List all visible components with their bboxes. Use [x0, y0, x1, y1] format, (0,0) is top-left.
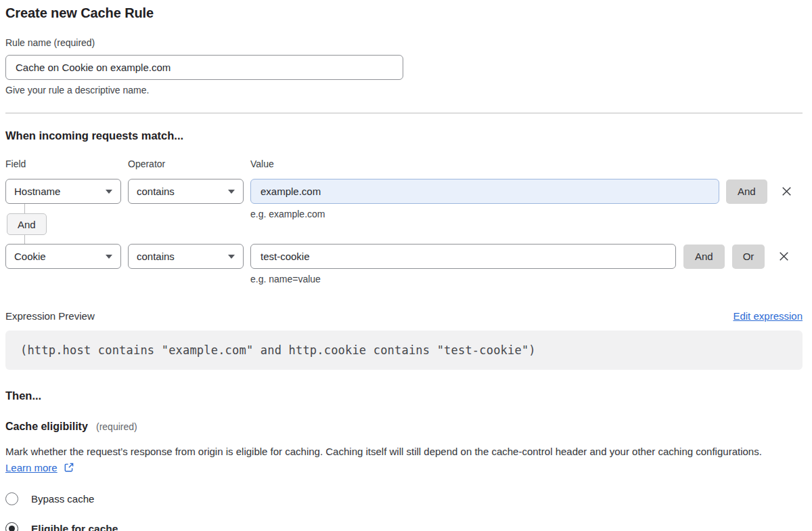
operator-select-value: contains: [137, 186, 175, 197]
radio-icon-selected[interactable]: [5, 522, 18, 531]
and-button[interactable]: And: [726, 179, 767, 204]
field-select[interactable]: Hostname: [5, 179, 121, 204]
then-heading: Then...: [5, 389, 803, 402]
external-link-icon: [64, 461, 74, 477]
radio-icon[interactable]: [5, 492, 18, 505]
connector-and-button[interactable]: And: [7, 213, 47, 235]
or-button[interactable]: Or: [732, 245, 765, 269]
row-connector-area: And e.g. example.com: [5, 204, 803, 244]
expression-code: (http.host contains "example.com" and ht…: [5, 331, 803, 370]
rule-name-label: Rule name (required): [5, 37, 803, 48]
match-column-labels: Field Operator Value: [5, 158, 803, 169]
match-row: Cookie contains And Or: [5, 244, 803, 269]
cache-eligibility-description: Mark whether the request’s response from…: [5, 444, 790, 477]
caret-down-icon: [228, 255, 235, 259]
learn-more-link[interactable]: Learn more: [5, 462, 58, 473]
radio-option-bypass-cache[interactable]: Bypass cache: [5, 492, 803, 505]
radio-option-eligible-for-cache[interactable]: Eligible for cache: [5, 522, 803, 531]
field-select-value: Hostname: [14, 186, 60, 197]
match-heading: When incoming requests match...: [5, 129, 803, 142]
value-column-label: Value: [250, 158, 373, 169]
rule-name-help: Give your rule a descriptive name.: [5, 85, 803, 95]
caret-down-icon: [106, 255, 112, 259]
edit-expression-link[interactable]: Edit expression: [733, 310, 803, 322]
field-column-label: Field: [5, 158, 128, 169]
radio-label: Eligible for cache: [31, 523, 118, 531]
caret-down-icon: [228, 190, 235, 194]
operator-select-value: contains: [137, 251, 175, 262]
description-text: Mark whether the request’s response from…: [5, 446, 762, 457]
value-hint: e.g. name=value: [250, 274, 803, 284]
x-icon: [780, 184, 794, 198]
create-cache-rule-page: Create new Cache Rule Rule name (require…: [0, 0, 812, 531]
field-select[interactable]: Cookie: [5, 244, 121, 269]
value-input[interactable]: [250, 244, 676, 269]
page-title: Create new Cache Rule: [5, 5, 803, 21]
operator-select[interactable]: contains: [128, 179, 244, 204]
and-button[interactable]: And: [683, 245, 725, 269]
x-icon: [777, 249, 791, 263]
expression-header: Expression Preview Edit expression: [5, 310, 803, 322]
cache-eligibility-heading: Cache eligibility (required): [5, 421, 803, 433]
rule-name-input[interactable]: [5, 55, 403, 80]
operator-select[interactable]: contains: [128, 244, 244, 269]
value-hint: e.g. example.com: [250, 209, 325, 219]
cache-eligibility-title: Cache eligibility: [5, 421, 88, 432]
section-divider: [5, 112, 803, 114]
remove-row-button[interactable]: [780, 184, 794, 198]
radio-label: Bypass cache: [31, 493, 94, 505]
value-input[interactable]: [250, 179, 719, 204]
required-tag: (required): [96, 421, 137, 432]
field-select-value: Cookie: [14, 251, 46, 262]
remove-row-button[interactable]: [777, 249, 791, 263]
match-row: Hostname contains And: [5, 179, 803, 204]
caret-down-icon: [106, 190, 112, 194]
expression-preview-label: Expression Preview: [5, 310, 95, 322]
operator-column-label: Operator: [128, 158, 250, 169]
